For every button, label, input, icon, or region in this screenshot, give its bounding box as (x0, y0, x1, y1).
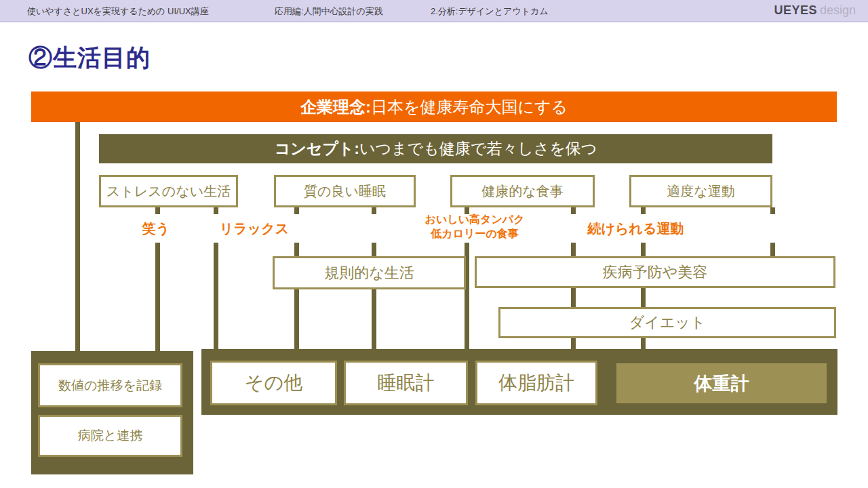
goal-box-moderate-exercise: 適度な運動 (629, 175, 772, 207)
product-box-sleep-meter: 睡眠計 (344, 361, 468, 405)
value-label-laugh: 笑う (108, 220, 203, 238)
connector-line (641, 338, 646, 350)
connector-line (372, 207, 376, 214)
connector-line (214, 243, 218, 350)
product-box-weight-scale: 体重計 (616, 363, 827, 403)
connector-line (770, 207, 775, 214)
support-box-hospital-link: 病院と連携 (38, 415, 182, 457)
header-section: 応用編:人間中心設計の実践 (275, 5, 383, 18)
connector-line (155, 207, 160, 214)
page-title: ②生活目的 (28, 42, 151, 74)
connector-line (155, 243, 160, 352)
mid-box-diet: ダイエット (498, 307, 836, 338)
header-chapter: 2.分析:デザインとアウトカム (431, 5, 549, 18)
slide-canvas: 使いやすさとUXを実現するための UI/UX講座 応用編:人間中心設計の実践 2… (0, 0, 868, 488)
header-bar: 使いやすさとUXを実現するための UI/UX講座 応用編:人間中心設計の実践 2… (0, 0, 868, 22)
logo-primary-text: UEYES (774, 3, 817, 17)
mid-box-regular-life: 規則的な生活 (273, 256, 466, 289)
connector-line (571, 288, 576, 307)
value-label-relax: リラックス (207, 220, 302, 238)
connector-line (294, 243, 299, 257)
connector-line (641, 207, 646, 214)
concept-banner: コンセプト:いつまでも健康で若々しさを保つ (99, 134, 772, 163)
concept-text: いつまでも健康で若々しさを保つ (359, 138, 597, 159)
connector-line (571, 243, 576, 257)
connector-line (770, 243, 775, 257)
concept-label: コンセプト: (275, 138, 359, 159)
connector-line (571, 338, 576, 350)
connector-line (571, 207, 576, 214)
connector-line (214, 207, 218, 214)
philosophy-banner: 企業理念:日本を健康寿命大国にする (31, 92, 837, 122)
connector-line (641, 243, 646, 257)
philosophy-text: 日本を健康寿命大国にする (371, 96, 568, 118)
connector-line (372, 289, 376, 350)
value-label-meal: おいしい高タンパク 低カロリーの食事 (407, 212, 542, 241)
product-box-body-fat-meter: 体脂肪計 (475, 361, 597, 405)
mid-box-prevention-beauty: 疾病予防や美容 (475, 256, 835, 288)
value-label-meal-line2: 低カロリーの食事 (407, 226, 542, 241)
product-box-others: その他 (210, 361, 337, 405)
connector-line (641, 288, 646, 307)
header-course-title: 使いやすさとUXを実現するための UI/UX講座 (27, 5, 209, 18)
support-box-record-trends: 数値の推移を記録 (38, 363, 182, 407)
philosophy-label: 企業理念: (300, 96, 371, 118)
logo-secondary-text: design (820, 3, 856, 17)
ueyes-design-logo: UEYESdesign (774, 3, 856, 18)
goal-box-healthy-meal: 健康的な食事 (450, 175, 595, 207)
connector-line (294, 207, 299, 214)
connector-line (372, 243, 376, 257)
goal-box-quality-sleep: 質の良い睡眠 (274, 175, 416, 207)
connector-line (294, 289, 299, 350)
goal-box-stress-free: ストレスのない生活 (99, 175, 238, 207)
value-label-meal-line1: おいしい高タンパク (407, 212, 542, 226)
connector-line (75, 122, 80, 352)
value-label-exercise: 続けられる運動 (576, 220, 695, 238)
